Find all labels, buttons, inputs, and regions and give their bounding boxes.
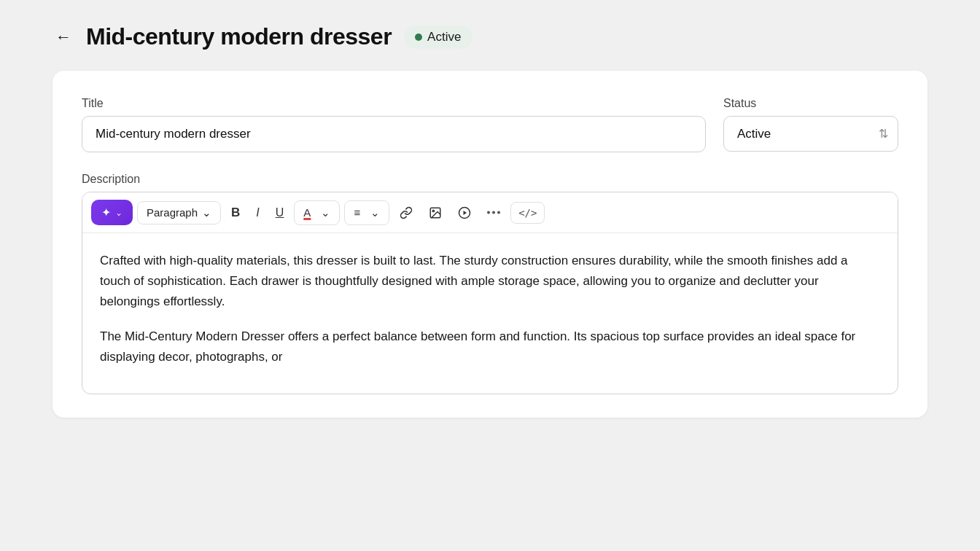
page-container: ← Mid-century modern dresser Active Titl… [52, 23, 928, 418]
svg-point-1 [432, 210, 434, 211]
svg-point-6 [497, 211, 500, 214]
align-button[interactable]: ≡ [349, 203, 365, 222]
link-icon [400, 206, 413, 219]
description-paragraph-1: Crafted with high-quality materials, thi… [100, 251, 880, 312]
description-group: Description ✦ ⌄ Paragraph ⌄ B I U [82, 173, 898, 394]
align-icon: ≡ [354, 206, 360, 219]
header-status-badge: Active [403, 26, 472, 49]
header-status-label: Active [427, 30, 461, 44]
svg-marker-3 [464, 211, 467, 215]
editor-content[interactable]: Crafted with high-quality materials, thi… [82, 233, 898, 394]
ai-button[interactable]: ✦ ⌄ [91, 200, 133, 225]
text-color-label: A [303, 206, 311, 219]
text-color-button[interactable]: A [299, 203, 315, 222]
image-icon [429, 206, 442, 219]
ai-sparkle-icon: ✦ [101, 206, 111, 219]
italic-button[interactable]: I [250, 202, 265, 224]
text-color-chevron-button[interactable]: ⌄ [316, 203, 335, 222]
underline-button[interactable]: U [270, 202, 290, 224]
description-paragraph-2: The Mid-Century Modern Dresser offers a … [100, 327, 880, 367]
align-chevron-icon: ⌄ [370, 206, 380, 219]
page-title: Mid-century modern dresser [86, 23, 392, 50]
title-status-row: Title Status Active Draft Archived ⇅ [82, 97, 898, 152]
paragraph-label: Paragraph [147, 206, 198, 219]
code-button[interactable]: </> [510, 202, 545, 224]
title-group: Title [82, 97, 706, 152]
status-select[interactable]: Active Draft Archived [723, 116, 898, 152]
back-button[interactable]: ← [52, 26, 74, 48]
text-color-chevron-icon: ⌄ [321, 206, 330, 219]
status-select-wrapper: Active Draft Archived ⇅ [723, 116, 898, 152]
description-label: Description [82, 173, 898, 186]
image-button[interactable] [423, 202, 448, 224]
paragraph-dropdown[interactable]: Paragraph ⌄ [137, 201, 221, 224]
main-card: Title Status Active Draft Archived ⇅ Des… [52, 71, 928, 418]
paragraph-chevron-icon: ⌄ [202, 206, 211, 219]
title-label: Title [82, 97, 706, 110]
status-label: Status [723, 97, 898, 110]
svg-point-4 [487, 211, 490, 214]
ai-chevron-icon: ⌄ [115, 208, 122, 218]
bold-button[interactable]: B [225, 201, 246, 224]
align-chevron-button[interactable]: ⌄ [366, 203, 384, 222]
more-icon [487, 211, 500, 214]
video-icon [458, 206, 471, 219]
align-group: ≡ ⌄ [344, 200, 389, 225]
editor-toolbar: ✦ ⌄ Paragraph ⌄ B I U A [82, 192, 898, 233]
more-button[interactable] [481, 206, 506, 219]
link-button[interactable] [394, 202, 419, 224]
editor-container: ✦ ⌄ Paragraph ⌄ B I U A [82, 192, 898, 394]
page-header: ← Mid-century modern dresser Active [52, 23, 928, 50]
svg-point-5 [492, 211, 495, 214]
title-input[interactable] [82, 116, 706, 152]
status-group: Status Active Draft Archived ⇅ [723, 97, 898, 152]
video-button[interactable] [452, 202, 477, 224]
text-color-group: A ⌄ [294, 200, 340, 225]
status-dot-icon [415, 34, 422, 41]
